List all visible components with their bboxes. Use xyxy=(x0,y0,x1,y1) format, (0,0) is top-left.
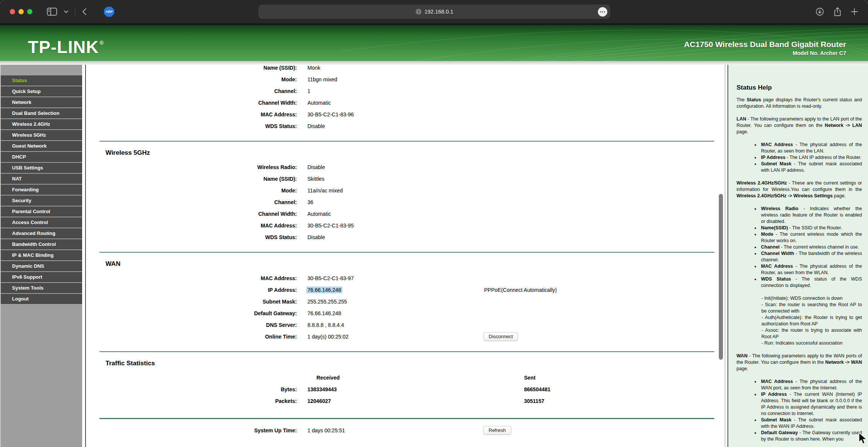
sent-value: 866504481 xyxy=(524,386,550,392)
row-value: 11bgn mixed xyxy=(307,76,337,82)
sidebar-item-guest-network[interactable]: Guest Network xyxy=(1,141,82,151)
help-bullet-item: MAC Address - The physical address of th… xyxy=(760,142,862,154)
help-bullet-item: MAC Address - The physical address of th… xyxy=(760,378,862,391)
chevron-down-icon[interactable] xyxy=(64,11,68,13)
sidebar-item-quick-setup[interactable]: Quick Setup xyxy=(1,86,82,96)
sidebar-menu: StatusQuick SetupNetworkDual Band Select… xyxy=(0,65,82,447)
sidebar-item-usb-settings[interactable]: USB Settings xyxy=(1,163,82,173)
help-bullet-list: MAC Address - The physical address of th… xyxy=(737,142,862,174)
scrollbar-thumb[interactable] xyxy=(719,194,723,360)
sidebar-item-parental-control[interactable]: Parental Control xyxy=(1,206,82,217)
wireless-24ghz-row: MAC Address:30-B5-C2-C1-83-96 xyxy=(86,108,725,120)
browser-window: ABP 192.168.0.1 xyxy=(0,0,868,447)
wireless-5ghz-row: Name (SSID):Skittles xyxy=(86,173,725,185)
wireless-5ghz-row: Channel:36 xyxy=(86,196,725,208)
row-label: WDS Status: xyxy=(86,123,297,129)
sidebar-item-ip-mac-binding[interactable]: IP & MAC Binding xyxy=(1,250,82,260)
system-uptime-row: System Up Time: 1 days 00:25:51 Refresh xyxy=(86,424,725,436)
wan-row: Subnet Mask:255.255.255.255 xyxy=(86,296,725,307)
help-bullet-item: Subnet Mask - The subnet mask associated… xyxy=(760,161,862,174)
back-icon[interactable] xyxy=(82,8,87,15)
wireless-24ghz-row: Channel:1 xyxy=(86,85,725,97)
sidebar-item-security[interactable]: Security xyxy=(1,195,82,206)
sidebar-item-bandwidth-control[interactable]: Bandwidth Control xyxy=(1,239,82,249)
window-controls xyxy=(10,9,32,14)
help-paragraph: WAN - The following parameters apply to … xyxy=(737,353,862,372)
sidebar-item-nat[interactable]: NAT xyxy=(1,174,82,184)
tplink-logo: TP-LINK® xyxy=(28,38,104,56)
section-heading-wan: WAN xyxy=(105,260,725,268)
row-value: 76.66.146.248 xyxy=(307,310,341,316)
content-sections: Name (SSID):MonkMode:11bgn mixedChannel:… xyxy=(86,65,725,419)
status-content: Name (SSID):MonkMode:11bgn mixedChannel:… xyxy=(85,65,725,447)
row-value: Automatic xyxy=(307,211,331,217)
browser-toolbar: ABP 192.168.0.1 xyxy=(0,0,868,23)
help-paragraph: Wireless 2.4GHz/5GHz - These are the cur… xyxy=(737,180,862,199)
sidebar-item-advanced-routing[interactable]: Advanced Routing xyxy=(1,228,82,238)
sidebar-item-wireless-5ghz[interactable]: Wireless 5GHz xyxy=(1,130,82,140)
help-bullet-item: Channel Width - The bandwidth of the wir… xyxy=(760,250,862,263)
refresh-button[interactable]: Refresh xyxy=(483,426,511,435)
row-value: 8.8.8.8 , 8.8.4.4 xyxy=(307,322,344,328)
help-bullet-item: Name(SSID) - The SSID of the Router. xyxy=(760,225,862,231)
share-icon[interactable] xyxy=(833,7,842,17)
row-value: 11a/n/ac mixed xyxy=(307,188,343,194)
sidebar-item-status[interactable]: Status xyxy=(1,75,82,85)
wan-connection-type: PPPoE(Connect Automatically) xyxy=(484,287,557,293)
row-label: Mode: xyxy=(86,76,297,82)
row-label: Mode: xyxy=(86,188,297,194)
row-label: Channel: xyxy=(86,199,297,205)
row-label: IP Address: xyxy=(86,287,297,293)
row-value: Disable xyxy=(307,164,325,170)
help-bullet-item: IP Address - The current WAN (Internet) … xyxy=(760,391,862,417)
row-label: Online Time: xyxy=(86,334,297,340)
wireless-5ghz-row: Mode:11a/n/ac mixed xyxy=(86,185,725,196)
more-icon[interactable] xyxy=(598,7,607,17)
sidebar-item-logout[interactable]: Logout xyxy=(1,294,82,304)
traffic-row: Packets:120460273051157 xyxy=(86,395,725,407)
row-value: Disable xyxy=(307,123,325,129)
section-heading-wireless-5ghz: Wireless 5GHz xyxy=(105,149,725,157)
row-label: Channel Width: xyxy=(86,211,297,217)
traffic-row: Bytes:1383349443866504481 xyxy=(86,383,725,395)
help-bullet-list: MAC Address - The physical address of th… xyxy=(737,378,862,442)
wireless-24ghz-row: WDS Status:Disable xyxy=(86,120,725,132)
header-divider xyxy=(0,61,868,65)
sidebar-item-forwarding[interactable]: Forwarding xyxy=(1,185,82,195)
row-label: WDS Status: xyxy=(86,234,297,240)
adblock-extension-icon[interactable]: ABP xyxy=(104,7,114,17)
new-tab-icon[interactable] xyxy=(851,8,858,15)
row-label: DNS Server: xyxy=(86,322,297,328)
help-subline: - Run: Indicates successful association xyxy=(761,340,862,346)
row-label: MAC Address: xyxy=(86,111,297,117)
row-label: Channel: xyxy=(86,88,297,94)
help-bullet-item: Default Gateway - The Gateway currently … xyxy=(760,430,862,442)
help-subline: - Scan: the router is searching the Root… xyxy=(761,302,862,314)
sidebar-item-dhcp[interactable]: DHCP xyxy=(1,152,82,162)
help-bullet-item: MAC Address - The physical address of th… xyxy=(760,263,862,276)
traffic-table-header: ReceivedSent xyxy=(86,372,725,383)
wan-row: Online Time:1 day(s) 00:25:02Disconnect xyxy=(86,331,725,342)
help-subline: - Assoc: the router is trying to associa… xyxy=(761,327,862,340)
help-bullet-item: Subnet Mask - The subnet mask associated… xyxy=(760,417,862,430)
sidebar-item-ipv6-support[interactable]: IPv6 Support xyxy=(1,272,82,282)
window-minimize-button[interactable] xyxy=(18,9,24,14)
sidebar-item-system-tools[interactable]: System Tools xyxy=(1,283,82,293)
sidebar-toggle-icon[interactable] xyxy=(47,8,57,16)
router-title: AC1750 Wireless Dual Band Gigabit Router xyxy=(684,40,846,49)
sidebar-item-network[interactable]: Network xyxy=(1,97,82,107)
sidebar-item-dual-band-selection[interactable]: Dual Band Selection xyxy=(1,108,82,118)
wan-row: IP Address:76.66.146.248PPPoE(Connect Au… xyxy=(86,284,725,296)
window-zoom-button[interactable] xyxy=(27,9,32,14)
downloads-icon[interactable] xyxy=(815,7,824,16)
row-value: 30-B5-C2-C1-83-95 xyxy=(307,223,354,229)
page-body: StatusQuick SetupNetworkDual Band Select… xyxy=(0,65,868,447)
received-value: 12046027 xyxy=(307,398,331,404)
sidebar-item-access-control[interactable]: Access Control xyxy=(1,217,82,227)
sidebar-item-dynamic-dns[interactable]: Dynamic DNS xyxy=(1,261,82,271)
disconnect-button[interactable]: Disconnect xyxy=(483,332,518,341)
window-close-button[interactable] xyxy=(10,9,15,14)
sidebar-item-wireless-2-4ghz[interactable]: Wireless 2.4GHz xyxy=(1,119,82,129)
row-value: Monk xyxy=(307,65,320,71)
address-bar[interactable]: 192.168.0.1 xyxy=(258,5,610,19)
